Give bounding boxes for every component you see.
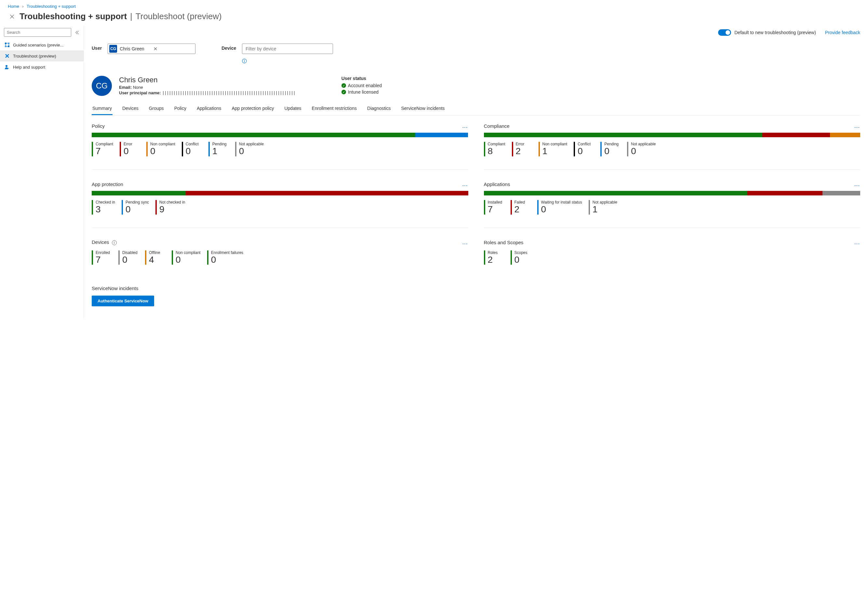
breadcrumb-current[interactable]: Troubleshooting + support	[27, 4, 76, 9]
help-support-icon	[5, 64, 10, 70]
stat-item[interactable]: Not applicable0	[235, 142, 264, 157]
close-blade-icon[interactable]	[8, 12, 16, 21]
card-title: Devices i	[92, 239, 117, 245]
stat-item[interactable]: Pending sync0	[122, 200, 149, 215]
stat-item[interactable]: Pending0	[600, 142, 620, 157]
stat-color-bar	[627, 142, 628, 157]
card-menu-icon[interactable]: …	[854, 123, 860, 129]
stat-item[interactable]: Compliant8	[484, 142, 505, 157]
cards-col-left: Policy … Compliant7Error0Non compliant0C…	[92, 123, 468, 306]
stat-item[interactable]: Conflict0	[182, 142, 202, 157]
stat-value: 0	[122, 255, 138, 265]
stat-color-bar	[92, 142, 93, 157]
sidebar-search-input[interactable]	[4, 28, 71, 37]
stat-color-bar	[511, 200, 512, 215]
stat-item[interactable]: Failed2	[511, 200, 531, 215]
stat-value: 1	[212, 146, 227, 157]
tab-updates[interactable]: Updates	[284, 102, 302, 115]
card-menu-icon[interactable]: …	[462, 239, 468, 246]
sidebar-item-help-support[interactable]: Help and support	[0, 62, 84, 73]
stat-color-bar	[484, 142, 485, 157]
card-menu-icon[interactable]: …	[462, 123, 468, 129]
stat-item[interactable]: Scopes0	[511, 250, 531, 265]
user-chip-close-icon[interactable]	[150, 47, 161, 51]
divider	[92, 228, 468, 228]
collapse-sidebar-icon[interactable]	[73, 29, 81, 36]
tab-policy[interactable]: Policy	[174, 102, 187, 115]
stat-item[interactable]: Enrolled7	[92, 250, 112, 265]
authenticate-servicenow-button[interactable]: Authenticate ServiceNow	[92, 296, 154, 306]
sidebar-item-guided-scenarios[interactable]: Guided scenarios (previe...	[0, 39, 84, 50]
stat-item[interactable]: Checked in3	[92, 200, 115, 215]
user-chip[interactable]: CG Chris Green	[108, 43, 195, 54]
card-menu-icon[interactable]: …	[854, 239, 860, 246]
tab-app-protection-policy[interactable]: App protection policy	[231, 102, 274, 115]
stat-item[interactable]: Non compliant0	[172, 250, 201, 265]
device-info-icon[interactable]	[242, 59, 333, 64]
stat-label: Compliant	[96, 142, 113, 146]
stat-item[interactable]: Installed7	[484, 200, 504, 215]
tab-diagnostics[interactable]: Diagnostics	[366, 102, 391, 115]
sidebar-item-troubleshoot[interactable]: Troubleshoot (preview)	[0, 50, 84, 62]
devices-stats: Enrolled7Disabled0Offline4Non compliant0…	[92, 250, 468, 265]
stat-label: Error	[124, 142, 132, 146]
page-title-main: Troubleshooting + support	[20, 11, 127, 22]
stat-value: 0	[239, 146, 264, 157]
stat-value: 1	[592, 205, 617, 215]
stat-item[interactable]: Non compliant1	[539, 142, 567, 157]
svg-point-7	[244, 60, 245, 60]
stat-value: 0	[541, 205, 582, 215]
page-title: Troubleshooting + support | Troubleshoot…	[8, 11, 222, 22]
stat-color-bar	[182, 142, 183, 157]
user-name: Chris Green	[119, 76, 295, 84]
tab-devices[interactable]: Devices	[122, 102, 139, 115]
stat-color-bar	[539, 142, 540, 157]
stat-value: 0	[126, 205, 149, 215]
card-menu-icon[interactable]: …	[854, 181, 860, 188]
stat-value: 0	[631, 146, 656, 157]
stat-label: Error	[516, 142, 525, 146]
tab-summary[interactable]: Summary	[92, 102, 113, 115]
tab-servicenow-incidents[interactable]: ServiceNow incidents	[400, 102, 445, 115]
default-new-troubleshooting-toggle[interactable]	[718, 29, 731, 36]
stat-item[interactable]: Error0	[120, 142, 140, 157]
stat-item[interactable]: Pending1	[208, 142, 229, 157]
stat-item[interactable]: Conflict0	[574, 142, 594, 157]
device-filter-label: Device	[222, 43, 236, 51]
divider	[92, 169, 468, 170]
svg-rect-3	[8, 45, 9, 47]
stat-item[interactable]: Non compliant0	[146, 142, 175, 157]
stat-label: Offline	[149, 250, 160, 255]
card-applications: Applications … Installed7Failed2Waiting …	[484, 181, 860, 215]
servicenow-section: ServiceNow incidents Authenticate Servic…	[92, 285, 468, 306]
card-menu-icon[interactable]: …	[462, 181, 468, 188]
stat-item[interactable]: Not applicable0	[627, 142, 656, 157]
stat-item[interactable]: Disabled0	[118, 250, 138, 265]
card-title: Compliance	[484, 123, 510, 129]
stat-item[interactable]: Error2	[512, 142, 532, 157]
stat-item[interactable]: Enrollment failures0	[207, 250, 243, 265]
stat-label: Enrollment failures	[211, 250, 243, 255]
stat-value: 8	[488, 146, 505, 157]
stat-item[interactable]: Compliant7	[92, 142, 113, 157]
tab-applications[interactable]: Applications	[196, 102, 222, 115]
breadcrumb-home[interactable]: Home	[8, 4, 19, 9]
device-filter-input[interactable]	[242, 43, 333, 54]
info-icon[interactable]: i	[112, 240, 117, 245]
bar-segment	[484, 191, 747, 195]
stat-item[interactable]: Offline4	[145, 250, 165, 265]
card-compliance: Compliance … Compliant8Error2Non complia…	[484, 123, 860, 157]
svg-point-4	[6, 65, 8, 67]
stat-item[interactable]: Not applicable1	[589, 200, 617, 215]
stat-item[interactable]: Waiting for install status0	[537, 200, 582, 215]
applications-stats: Installed7Failed2Waiting for install sta…	[484, 200, 860, 215]
stat-color-bar	[484, 200, 485, 215]
tab-groups[interactable]: Groups	[148, 102, 164, 115]
provide-feedback-link[interactable]: Provide feedback	[825, 30, 860, 35]
stat-color-bar	[208, 142, 210, 157]
stat-item[interactable]: Roles2	[484, 250, 504, 265]
tab-enrollment-restrictions[interactable]: Enrollment restrictions	[311, 102, 358, 115]
user-email-label: Email:	[119, 85, 132, 90]
stat-item[interactable]: Not checked in9	[155, 200, 185, 215]
card-policy: Policy … Compliant7Error0Non compliant0C…	[92, 123, 468, 157]
